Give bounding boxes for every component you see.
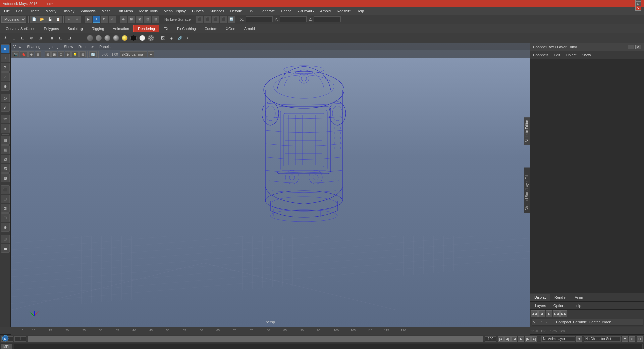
select-by-type-btn[interactable]: ⊡ bbox=[10, 34, 18, 42]
char-set-drop[interactable]: ▼ bbox=[622, 336, 628, 342]
panel-expand-btn[interactable]: + bbox=[628, 45, 634, 49]
textured-sphere-btn[interactable] bbox=[121, 34, 129, 42]
render-btn[interactable]: ⬛ bbox=[196, 16, 203, 23]
move-tool-btn[interactable]: ✛ bbox=[93, 16, 100, 23]
shader-btn[interactable]: ◈ bbox=[167, 34, 175, 42]
show-hide-btn[interactable]: 👁 bbox=[1, 115, 10, 123]
snap-grid-btn[interactable]: ⊠ bbox=[48, 34, 56, 42]
menu-windows[interactable]: Windows bbox=[78, 8, 98, 14]
y-input[interactable] bbox=[280, 16, 307, 22]
tab-sculpting[interactable]: Sculpting bbox=[63, 25, 87, 32]
menu-redshift[interactable]: Redshift bbox=[334, 8, 353, 14]
shaded-sphere-btn[interactable] bbox=[112, 34, 120, 42]
menu-surfaces[interactable]: Surfaces bbox=[207, 8, 227, 14]
universal-tool[interactable]: ⊕ bbox=[1, 82, 10, 91]
z-input[interactable] bbox=[314, 16, 341, 22]
snap4-btn[interactable]: ⊟ bbox=[152, 16, 159, 23]
freeze-btn[interactable]: ❄ bbox=[1, 124, 10, 133]
vp-isolate-btn[interactable]: ⊟ bbox=[35, 51, 41, 57]
rotate-tool[interactable]: ⟳ bbox=[1, 63, 10, 72]
step-fwd-btn[interactable]: |▶ bbox=[525, 336, 531, 342]
timeline-range-bar[interactable] bbox=[28, 336, 483, 342]
tab-polygons[interactable]: Polygons bbox=[39, 25, 63, 32]
tab-xgen[interactable]: XGen bbox=[222, 25, 240, 32]
scale-tool[interactable]: ⤢ bbox=[1, 72, 10, 81]
layers-btn5[interactable]: ▩ bbox=[1, 173, 10, 182]
move-tool[interactable]: ✛ bbox=[1, 54, 10, 62]
rotate-tool-btn[interactable]: ⟳ bbox=[101, 16, 108, 23]
layer-last-btn[interactable]: ▶◀ bbox=[553, 310, 560, 317]
menu-deform[interactable]: Deform bbox=[227, 8, 245, 14]
menu-mesh-display[interactable]: Mesh Display bbox=[161, 8, 189, 14]
render-lt-btn3[interactable]: ⊠ bbox=[1, 204, 10, 213]
menu-generate[interactable]: Generate bbox=[257, 8, 278, 14]
menu-help[interactable]: Help bbox=[354, 8, 367, 14]
play-back-btn[interactable]: ◀ bbox=[511, 336, 517, 342]
menu-edit[interactable]: Edit bbox=[13, 8, 25, 14]
redo-btn[interactable]: ↪ bbox=[73, 16, 81, 23]
key-btn[interactable]: ⊟ bbox=[637, 336, 643, 342]
edit-btn[interactable]: Edit bbox=[554, 53, 560, 57]
workspace-selector[interactable]: Modeling bbox=[1, 16, 26, 23]
select-tool-btn[interactable]: ▶ bbox=[85, 16, 92, 23]
save-btn[interactable]: 💾 bbox=[46, 16, 54, 23]
vp-select-cam-btn[interactable]: ⊕ bbox=[28, 51, 34, 57]
object-btn[interactable]: Object bbox=[566, 53, 576, 57]
layers-btn4[interactable]: ▨ bbox=[1, 164, 10, 173]
black-sphere-btn[interactable] bbox=[129, 34, 138, 42]
vp-shading-btn[interactable]: ⊡ bbox=[58, 51, 64, 57]
image-plane-btn[interactable]: 🖼 bbox=[159, 34, 167, 42]
menu-3dto-all[interactable]: - 3DtoAll - bbox=[295, 8, 317, 14]
checker-sphere-btn[interactable] bbox=[147, 34, 155, 42]
sun-icon-btn[interactable]: ☀ bbox=[1, 34, 9, 42]
vp-refresh-btn[interactable]: 🔄 bbox=[89, 51, 97, 57]
render4-btn[interactable]: ⬛ bbox=[220, 16, 227, 23]
menu-display[interactable]: Display bbox=[60, 8, 77, 14]
render-lt-btn1[interactable]: ⬛ bbox=[1, 185, 10, 194]
vp-panels[interactable]: Panels bbox=[99, 45, 111, 49]
snap-btn[interactable]: ⊞ bbox=[128, 16, 135, 23]
menu-curves[interactable]: Curves bbox=[189, 8, 206, 14]
tab-rigging[interactable]: Rigging bbox=[87, 25, 108, 32]
go-start-btn[interactable]: |◀ bbox=[498, 336, 504, 342]
layer-prev-btn[interactable]: ◀ bbox=[538, 310, 545, 317]
go-end-btn[interactable]: ▶| bbox=[531, 336, 537, 342]
panel-close-btn[interactable]: ✕ bbox=[635, 45, 641, 49]
layer-next-btn[interactable]: ▶ bbox=[546, 310, 552, 317]
menu-cache[interactable]: Cache bbox=[278, 8, 294, 14]
mel-input[interactable] bbox=[14, 344, 643, 349]
step-back-btn[interactable]: ◀| bbox=[504, 336, 511, 342]
range-start-input[interactable] bbox=[14, 336, 26, 342]
target-btn[interactable]: ⊕ bbox=[185, 34, 193, 42]
layer-item[interactable]: V P / ...Compact_Ceramic_Heater_Black bbox=[532, 319, 643, 326]
end-frame-input[interactable] bbox=[485, 336, 496, 342]
show-btn[interactable]: Show bbox=[582, 53, 591, 57]
menu-uv[interactable]: UV bbox=[246, 8, 256, 14]
menu-create[interactable]: Create bbox=[26, 8, 42, 14]
anim-layer-drop[interactable]: ▼ bbox=[576, 336, 582, 342]
vp-color-mode[interactable]: sRGB gamma bbox=[120, 51, 147, 57]
layers-btn2[interactable]: ▦ bbox=[1, 145, 10, 154]
open-btn[interactable]: 📂 bbox=[38, 16, 46, 23]
snap-curve-btn[interactable]: ⊡ bbox=[57, 34, 65, 42]
layers-subtab[interactable]: Layers bbox=[532, 303, 549, 308]
tab-rendering[interactable]: Rendering bbox=[133, 25, 159, 32]
close-button[interactable]: ✕ bbox=[635, 6, 641, 11]
undo-btn[interactable]: ↩ bbox=[65, 16, 73, 23]
layer-back-btn[interactable]: ◀◀ bbox=[531, 310, 538, 317]
vp-shadows-btn[interactable]: ⊟ bbox=[79, 51, 86, 57]
vp-show[interactable]: Show bbox=[64, 45, 73, 49]
render2-btn[interactable]: ⬛ bbox=[204, 16, 211, 23]
vp-view[interactable]: View bbox=[13, 45, 21, 49]
display-tab[interactable]: Display bbox=[530, 294, 550, 301]
vp-bookmarks-btn[interactable]: 🔖 bbox=[20, 51, 28, 57]
white-sphere-btn[interactable] bbox=[138, 34, 146, 42]
render-lt-btn4[interactable]: ⊡ bbox=[1, 213, 10, 222]
tab-custom[interactable]: Custom bbox=[200, 25, 222, 32]
smooth-sphere-btn[interactable] bbox=[103, 34, 111, 42]
wireframe-sphere-btn[interactable] bbox=[86, 34, 94, 42]
help-subtab[interactable]: Help bbox=[570, 303, 585, 308]
render-tab[interactable]: Render bbox=[550, 294, 571, 301]
tab-fx-caching[interactable]: Fx Caching bbox=[173, 25, 200, 32]
char-set-input[interactable]: No Character Set bbox=[584, 336, 621, 342]
